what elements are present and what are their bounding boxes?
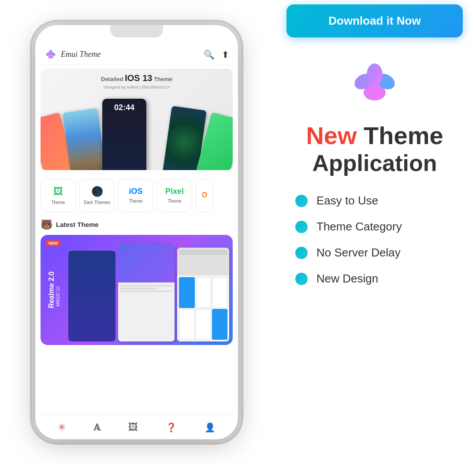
cat-dark-icon: 🌑 [91,186,103,197]
cat-ios-icon: iOS [129,187,142,196]
nav-profile-icon[interactable]: 👤 [205,422,216,433]
banner-title: Detailed IOS 13 Theme [41,69,233,85]
cat-tab-other[interactable]: O [196,179,213,212]
theme-banner: Detailed IOS 13 Theme Designed by Aniket… [41,69,233,170]
feature-text-3: No Server Delay [316,246,401,260]
search-icon[interactable]: 🔍 [204,49,215,60]
feature-new-design: New Design [295,272,463,286]
card-phone-3 [177,248,229,342]
cat-theme-icon: 🖼 [53,186,63,197]
card-title-container: Realme 2.0 MAGIC UI [47,235,61,345]
nav-wallpaper-icon[interactable]: 🖼 [128,422,138,433]
headline-container: New Theme [306,121,443,150]
cat-theme-label: Theme [51,200,65,205]
banner-subtitle: Designed by Aniketi | EMUI/MAGICUI [41,85,233,89]
card-phones [65,238,233,342]
app-logo-icon [44,48,57,61]
banner-phones: 02:44 [45,92,228,170]
nav-help-icon[interactable]: ❓ [166,422,177,433]
right-section: Download it Now New Theme Application Ea… [273,0,476,464]
svg-point-3 [49,50,52,55]
cat-dark-label: Dark Themes [84,200,110,205]
share-icon[interactable]: ⬆ [222,49,229,60]
feature-text-4: New Design [316,272,378,286]
feature-dot-4 [295,273,308,285]
mini-phone-3: 02:44 [102,99,146,170]
headline-new: New [306,122,357,149]
cat-tab-theme[interactable]: 🖼 Theme [41,179,76,212]
cat-tab-dark[interactable]: 🌑 Dark Themes [79,179,115,212]
nav-home-icon[interactable]: ✳ [58,422,66,433]
card-phone-1 [68,251,115,342]
feature-dot-2 [295,221,308,233]
bottom-nav: ✳ 𝔸 🖼 ❓ 👤 [35,415,238,439]
nav-fonts-icon[interactable]: 𝔸 [93,422,100,433]
cat-other-icon: O [202,191,207,199]
theme-card[interactable]: NEW Realme 2.0 MAGIC UI [41,235,233,345]
svg-point-7 [367,63,383,86]
cat-tab-pixel[interactable]: Pixel Theme [157,179,192,212]
section-header: 🐻 Latest Theme [41,219,233,230]
cat-pixel-icon: Pixel [165,187,184,196]
svg-point-0 [48,55,53,59]
cat-ios-label: Theme [129,199,142,204]
cat-tab-ios[interactable]: iOS Theme [118,179,153,212]
header-icons: 🔍 ⬆ [204,49,229,60]
phone-mockup: Emui Theme 🔍 ⬆ Detailed IOS 13 Theme Des… [35,25,238,439]
latest-section: 🐻 Latest Theme NEW Realme 2.0 MAGIC UI [35,217,238,349]
cat-pixel-label: Theme [167,199,181,204]
app-logo: Emui Theme [44,48,204,61]
feature-dot-3 [295,247,308,259]
brand-logo [346,55,403,112]
app-header: Emui Theme 🔍 ⬆ [35,43,238,65]
card-phone-2 [118,243,175,341]
phone-notch [110,25,163,37]
category-tabs: 🖼 Theme 🌑 Dark Themes iOS Theme Pixel Th… [35,174,238,217]
feature-dot-1 [295,195,308,207]
section-title: Latest Theme [56,221,99,228]
feature-no-server-delay: No Server Delay [295,246,463,260]
banner-detailed: Detailed [101,76,125,82]
section-emoji: 🐻 [41,219,52,230]
feature-easy-to-use: Easy to Use [295,194,463,208]
feature-text-1: Easy to Use [316,194,378,208]
banner-theme-label: Theme [154,76,172,82]
feature-text-2: Theme Category [316,220,402,234]
left-section: Emui Theme 🔍 ⬆ Detailed IOS 13 Theme Des… [0,0,273,464]
feature-theme-category: Theme Category [295,220,463,234]
banner-ios: IOS 13 [125,73,152,83]
phone-content: Emui Theme 🔍 ⬆ Detailed IOS 13 Theme Des… [35,25,238,439]
card-title: Realme 2.0 MAGIC UI [47,271,61,308]
download-button[interactable]: Download it Now [286,4,463,37]
headline-rest: Theme [357,122,443,149]
mini-phone-2 [63,108,107,170]
features-list: Easy to Use Theme Category No Server Del… [286,194,463,286]
headline-application: Application [312,150,437,176]
app-name-label: Emui Theme [61,50,100,59]
